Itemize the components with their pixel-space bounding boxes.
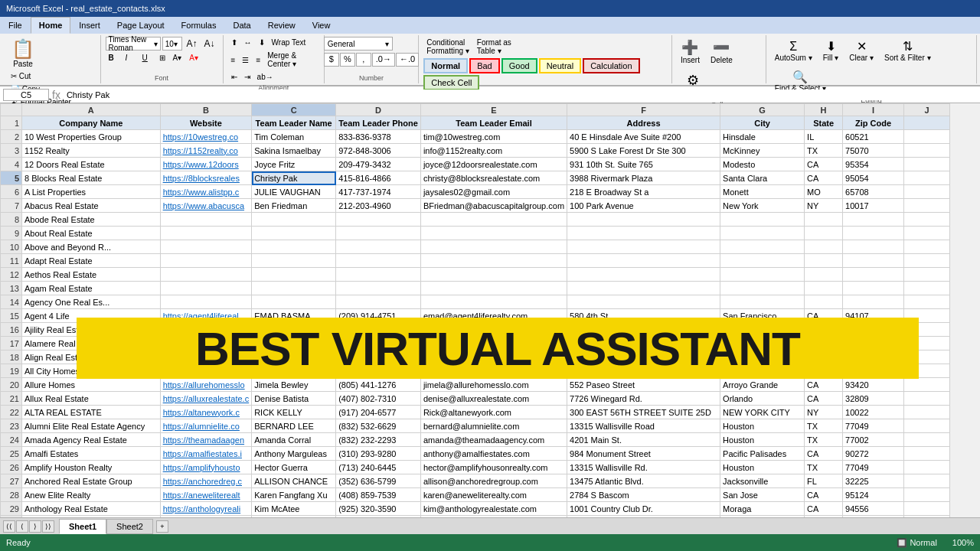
cell-9-C[interactable] bbox=[252, 227, 336, 240]
cell-21-F[interactable]: 7726 Winegard Rd. bbox=[567, 392, 720, 406]
cell-22-I[interactable]: 10022 bbox=[843, 406, 904, 419]
cell-3-H[interactable]: TX bbox=[805, 144, 843, 158]
cell-12-G[interactable] bbox=[720, 268, 805, 282]
cell-23-B[interactable]: https://alumnielite.co bbox=[160, 419, 252, 433]
cell-12-C[interactable] bbox=[252, 268, 336, 282]
cell-20-H[interactable]: CA bbox=[805, 378, 843, 392]
header-address[interactable]: Address bbox=[567, 116, 720, 130]
cut-button[interactable]: ✂ Cut bbox=[8, 70, 74, 82]
row-num-29[interactable]: 29 bbox=[1, 502, 22, 516]
cell-13-I[interactable] bbox=[843, 282, 904, 295]
row-num-17[interactable]: 17 bbox=[1, 337, 22, 350]
cell-4-C[interactable]: Joyce Fritz bbox=[252, 158, 336, 171]
cell-24-B[interactable]: https://theamadaagen bbox=[160, 433, 252, 447]
row-num-22[interactable]: 22 bbox=[1, 406, 22, 419]
style-normal[interactable]: Normal bbox=[423, 58, 468, 73]
cell-28-A[interactable]: Anew Elite Realty bbox=[22, 488, 161, 502]
cell-8-A[interactable]: Abode Real Estate bbox=[22, 213, 161, 227]
header-zip[interactable]: Zip Code bbox=[843, 116, 904, 130]
cell-2-A[interactable]: 10 West Properties Group bbox=[22, 130, 161, 144]
row-num-28[interactable]: 28 bbox=[1, 488, 22, 502]
cell-24-I[interactable]: 77002 bbox=[843, 433, 904, 447]
cell-28-C[interactable]: Karen Fangfang Xu bbox=[252, 488, 336, 502]
cell-22-F[interactable]: 300 EAST 56TH STREET SUITE 25D bbox=[567, 406, 720, 419]
cell-25-A[interactable]: Amalfi Estates bbox=[22, 447, 161, 461]
row-num-14[interactable]: 14 bbox=[1, 295, 22, 309]
cell-22-G[interactable]: NEW YORK CITY bbox=[720, 406, 805, 419]
col-header-C[interactable]: C bbox=[252, 104, 336, 116]
cell-14-I[interactable] bbox=[843, 295, 904, 309]
cell-27-D[interactable]: (352) 636-5799 bbox=[336, 474, 421, 488]
cell-8-E[interactable] bbox=[420, 213, 567, 227]
row-num-9[interactable]: 9 bbox=[1, 227, 22, 240]
cell-10-E[interactable] bbox=[420, 240, 567, 254]
cell-9-G[interactable] bbox=[720, 227, 805, 240]
tab-view[interactable]: View bbox=[304, 17, 339, 34]
cell-13-F[interactable] bbox=[567, 282, 720, 295]
increase-decimal-button[interactable]: .0→ bbox=[372, 53, 395, 67]
cell-6-F[interactable]: 218 E Broadway St a bbox=[567, 185, 720, 199]
cell-24-E[interactable]: amanda@theamadaagency.com bbox=[420, 433, 567, 447]
cell-10-H[interactable] bbox=[805, 240, 843, 254]
font-size-dropdown[interactable]: 10 ▾ bbox=[162, 37, 182, 51]
cell-10-B[interactable] bbox=[160, 240, 252, 254]
col-header-E[interactable]: E bbox=[420, 104, 567, 116]
cell-11-I[interactable] bbox=[843, 254, 904, 268]
cell-7-E[interactable]: BFriedman@abacuscapitalgroup.com bbox=[420, 199, 567, 213]
font-name-dropdown[interactable]: Times New Roman ▾ bbox=[106, 37, 161, 51]
cell-5-F[interactable]: 3988 Rivermark Plaza bbox=[567, 171, 720, 185]
cell-8-H[interactable] bbox=[805, 213, 843, 227]
header-leader-name[interactable]: Team Leader Name bbox=[252, 116, 336, 130]
style-bad[interactable]: Bad bbox=[469, 58, 500, 73]
col-header-F[interactable]: F bbox=[567, 104, 720, 116]
format-as-table-button[interactable]: Format asTable ▾ bbox=[474, 37, 514, 57]
cell-14-A[interactable]: Agency One Real Es... bbox=[22, 295, 161, 309]
cell-5-B[interactable]: https://8blocksreales bbox=[160, 171, 252, 185]
cell-21-A[interactable]: Allux Real Estate bbox=[22, 392, 161, 406]
cell-6-D[interactable]: 417-737-1974 bbox=[336, 185, 421, 199]
currency-button[interactable]: $ bbox=[324, 53, 339, 67]
cell-7-D[interactable]: 212-203-4960 bbox=[336, 199, 421, 213]
cell-6-A[interactable]: A List Properties bbox=[22, 185, 161, 199]
header-state[interactable]: State bbox=[805, 116, 843, 130]
cell-4-B[interactable]: https://www.12doors bbox=[160, 158, 252, 171]
col-header-I[interactable]: I bbox=[843, 104, 904, 116]
cell-5-G[interactable]: Santa Clara bbox=[720, 171, 805, 185]
cell-24-D[interactable]: (832) 232-2293 bbox=[336, 433, 421, 447]
cell-11-B[interactable] bbox=[160, 254, 252, 268]
cell-28-H[interactable]: CA bbox=[805, 488, 843, 502]
cell-20-D[interactable]: (805) 441-1276 bbox=[336, 378, 421, 392]
cell-4-A[interactable]: 12 Doors Real Estate bbox=[22, 158, 161, 171]
insert-button[interactable]: ➕ Insert bbox=[677, 37, 704, 67]
cell-22-H[interactable]: NY bbox=[805, 406, 843, 419]
cell-8-I[interactable] bbox=[843, 213, 904, 227]
cell-14-C[interactable] bbox=[252, 295, 336, 309]
cell-9-E[interactable] bbox=[420, 227, 567, 240]
cell-29-F[interactable]: 1001 Country Club Dr. bbox=[567, 502, 720, 516]
cell-10-F[interactable] bbox=[567, 240, 720, 254]
cell-7-B[interactable]: https://www.abacusca bbox=[160, 199, 252, 213]
align-middle-button[interactable]: ↔ bbox=[241, 37, 255, 48]
cell-4-E[interactable]: joyce@12doorsrealestate.com bbox=[420, 158, 567, 171]
cell-10-G[interactable] bbox=[720, 240, 805, 254]
row-num-5[interactable]: 5 bbox=[1, 171, 22, 185]
cell-8-F[interactable] bbox=[567, 213, 720, 227]
row-num-15[interactable]: 15 bbox=[1, 309, 22, 323]
cell-26-A[interactable]: Amplify Houston Realty bbox=[22, 461, 161, 474]
font-color-button[interactable]: A▾ bbox=[186, 52, 201, 64]
align-right-button[interactable]: ≡ bbox=[253, 54, 263, 66]
cell-28-E[interactable]: karen@aneweliterealty.com bbox=[420, 488, 567, 502]
fill-button[interactable]: ⬇ Fill ▾ bbox=[819, 37, 843, 64]
cell-4-G[interactable]: Modesto bbox=[720, 158, 805, 171]
cell-29-C[interactable]: Kim McAtee bbox=[252, 502, 336, 516]
cell-26-E[interactable]: hector@amplifyhousonrealty.com bbox=[420, 461, 567, 474]
style-check-cell[interactable]: Check Cell bbox=[423, 75, 479, 90]
cell-22-C[interactable]: RICK KELLY bbox=[252, 406, 336, 419]
header-leader-phone[interactable]: Team Leader Phone bbox=[336, 116, 421, 130]
cell-29-H[interactable]: CA bbox=[805, 502, 843, 516]
decrease-font-button[interactable]: A↓ bbox=[201, 37, 218, 51]
cell-25-I[interactable]: 90272 bbox=[843, 447, 904, 461]
col-header-G[interactable]: G bbox=[720, 104, 805, 116]
align-bottom-button[interactable]: ⬇ bbox=[256, 37, 268, 48]
cell-8-B[interactable] bbox=[160, 213, 252, 227]
